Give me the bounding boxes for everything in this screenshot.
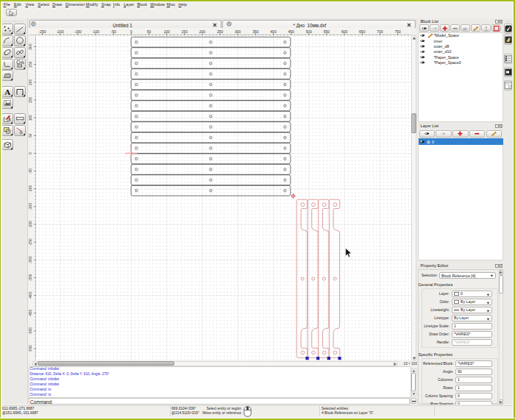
- svg-text:-250: -250: [38, 29, 46, 34]
- svg-text:-400: -400: [29, 291, 32, 299]
- svg-text:400: 400: [270, 29, 277, 34]
- svg-text:300: 300: [29, 43, 32, 50]
- svg-text:750: 750: [394, 29, 401, 34]
- svg-text:-350: -350: [29, 274, 32, 281]
- svg-text:100: 100: [29, 115, 32, 121]
- svg-text:*Paper_Space: *Paper_Space: [434, 54, 459, 59]
- svg-text:-500: -500: [29, 327, 32, 335]
- svg-text:-100: -100: [29, 185, 32, 192]
- svg-text:-250: -250: [29, 238, 32, 246]
- svg-text:650: 650: [359, 29, 366, 34]
- svg-text:250: 250: [29, 61, 32, 68]
- svg-text:-100: -100: [91, 29, 99, 34]
- svg-text:150: 150: [29, 97, 32, 104]
- svg-text:-200: -200: [29, 221, 32, 228]
- svg-text:outer_d10: outer_d10: [434, 49, 452, 54]
- svg-text:50: 50: [29, 133, 32, 138]
- svg-text:-150: -150: [74, 29, 81, 34]
- svg-text:-50: -50: [29, 168, 32, 174]
- svg-text:500: 500: [305, 29, 312, 34]
- svg-text:250: 250: [216, 29, 223, 34]
- svg-text:-200: -200: [56, 29, 63, 34]
- svg-text:100: 100: [163, 29, 170, 34]
- svg-text:550: 550: [323, 29, 330, 34]
- svg-text:-150: -150: [29, 203, 32, 210]
- svg-text:outer_d8: outer_d8: [434, 43, 450, 48]
- svg-text:150: 150: [181, 29, 188, 34]
- svg-text:200: 200: [199, 29, 205, 34]
- svg-text:350: 350: [252, 29, 259, 34]
- svg-text:*Model_Space: *Model_Space: [434, 33, 460, 38]
- svg-text:ab: ab: [463, 26, 467, 31]
- svg-text:450: 450: [288, 29, 294, 34]
- svg-text:50: 50: [146, 29, 151, 34]
- svg-text:-300: -300: [29, 256, 32, 263]
- svg-text:*Paper_Space0: *Paper_Space0: [434, 60, 461, 64]
- svg-text:-450: -450: [29, 310, 32, 317]
- svg-text:-550: -550: [29, 345, 32, 352]
- svg-text:300: 300: [235, 29, 241, 34]
- svg-text:0: 0: [129, 29, 132, 34]
- svg-text:-50: -50: [110, 29, 116, 34]
- svg-text:inner: inner: [434, 38, 443, 43]
- svg-text:0: 0: [29, 152, 32, 154]
- svg-text:600: 600: [341, 29, 347, 34]
- svg-text:200: 200: [29, 79, 32, 85]
- svg-text:700: 700: [377, 29, 383, 34]
